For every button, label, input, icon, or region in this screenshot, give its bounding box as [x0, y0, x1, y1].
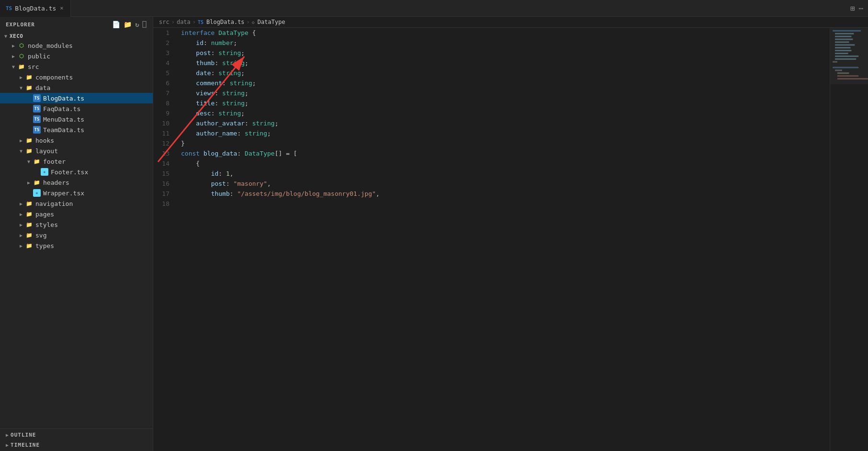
tree-item-layout[interactable]: ▼ 📁 layout	[0, 146, 153, 156]
code-content-area[interactable]: interface DataType { id: number; post: s…	[177, 28, 830, 451]
tree-item-headers[interactable]: ▶ 📁 headers	[0, 177, 153, 188]
footer-folder-icon: 📁	[33, 157, 41, 166]
hooks-label: hooks	[35, 137, 54, 144]
chevron-down-icon: ▼	[2, 34, 10, 39]
public-folder-icon: ⬡	[17, 52, 26, 60]
headers-label: headers	[43, 179, 69, 186]
timeline-label: TIMELINE	[11, 442, 40, 448]
layout-folder-icon: 📁	[25, 147, 34, 155]
editor-tab-blogdata[interactable]: TS BlogData.ts ×	[0, 0, 71, 17]
svg-rect-19	[830, 28, 868, 84]
pages-folder-icon: 📁	[25, 210, 34, 218]
sidebar-spacer	[0, 251, 153, 428]
components-folder-icon: 📁	[25, 73, 34, 81]
tree-item-src[interactable]: ▼ 📁 src	[0, 61, 153, 72]
tree-item-blogdata[interactable]: TS BlogData.ts	[0, 93, 153, 103]
chevron-right-icon: ▶	[17, 138, 25, 143]
code-line-5: date: string;	[177, 68, 830, 78]
tree-item-styles[interactable]: ▶ 📁 styles	[0, 219, 153, 230]
breadcrumb-blogdata[interactable]: BlogData.ts	[206, 19, 244, 25]
refresh-button[interactable]: ↻	[135, 21, 139, 28]
breadcrumb-datatype[interactable]: DataType	[258, 19, 285, 25]
styles-label: styles	[35, 221, 58, 228]
root-label: XECO	[10, 33, 23, 39]
tsx-file-icon-wrapper: ⚛	[33, 189, 41, 197]
code-line-15: {	[177, 158, 830, 169]
tree-root-xeco[interactable]: ▼ XECO	[0, 32, 153, 40]
new-folder-button[interactable]: 📁	[124, 21, 132, 28]
tree-item-footer-tsx[interactable]: ⚛ Footer.tsx	[0, 167, 153, 177]
styles-folder-icon: 📁	[25, 220, 34, 229]
breadcrumb-sep-1: ›	[171, 19, 175, 25]
tree-item-pages[interactable]: ▶ 📁 pages	[0, 209, 153, 219]
tab-close-button[interactable]: ×	[59, 4, 64, 12]
footer-tsx-label: Footer.tsx	[51, 169, 88, 176]
tree-item-svg[interactable]: ▶ 📁 svg	[0, 230, 153, 240]
breadcrumb-sep-2: ›	[192, 19, 196, 25]
code-editor[interactable]: 1 2 3 4 5 6 7 8 9 10 11 12 13 14 15 16 1	[153, 28, 868, 451]
tree-item-public[interactable]: ▶ ⬡ public	[0, 51, 153, 61]
tree-item-teamdata[interactable]: TS TeamData.ts	[0, 124, 153, 135]
breadcrumb-symbol-icon: ◇	[252, 20, 255, 25]
public-label: public	[28, 53, 50, 60]
timeline-panel-header[interactable]: ▶ TIMELINE	[6, 440, 147, 450]
data-folder-icon: 📁	[25, 83, 34, 92]
code-line-1: interface DataType {	[177, 28, 830, 38]
breadcrumb-src[interactable]: src	[159, 19, 169, 25]
explorer-header: Explorer 📄 📁 ↻ ⎕	[0, 17, 153, 32]
code-line-14: const blog_data: DataType[] = [	[177, 148, 830, 158]
teamdata-label: TeamData.ts	[43, 126, 84, 134]
tree-item-wrapper-tsx[interactable]: ⚛ Wrapper.tsx	[0, 188, 153, 198]
chevron-right-icon: ▶	[17, 75, 25, 80]
chevron-down-icon: ▼	[10, 64, 17, 69]
faqdata-label: FaqData.ts	[43, 105, 80, 113]
headers-folder-icon: 📁	[33, 178, 41, 187]
tree-item-faqdata[interactable]: TS FaqData.ts	[0, 103, 153, 114]
code-line-18: thumb: "/assets/img/blog/blog_masonry01.…	[177, 189, 830, 199]
more-actions-button[interactable]: ⋯	[858, 4, 863, 13]
chevron-right-icon: ▶	[10, 54, 17, 59]
tree-item-navigation[interactable]: ▶ 📁 navigation	[0, 198, 153, 209]
tree-item-hooks[interactable]: ▶ 📁 hooks	[0, 135, 153, 146]
new-file-button[interactable]: 📄	[112, 21, 121, 28]
code-line-12: }	[177, 138, 830, 148]
wrapper-tsx-label: Wrapper.tsx	[43, 190, 84, 197]
title-bar: TS BlogData.ts × ⊞ ⋯	[0, 0, 868, 17]
menudata-label: MenuData.ts	[43, 116, 84, 123]
chevron-right-icon: ▶	[17, 212, 25, 217]
title-bar-actions: ⊞ ⋯	[845, 4, 868, 13]
tree-item-node-modules[interactable]: ▶ ⬡ node_modules	[0, 40, 153, 51]
breadcrumb-sep-3: ›	[247, 19, 250, 25]
sidebar: Explorer 📄 📁 ↻ ⎕ ▼ XECO ▶ ⬡ node_modules…	[0, 17, 153, 451]
tree-item-components[interactable]: ▶ 📁 components	[0, 72, 153, 82]
ts-file-icon: TS	[33, 115, 41, 124]
editor-container: 1 2 3 4 5 6 7 8 9 10 11 12 13 14 15 16 1	[153, 28, 868, 451]
tree-item-menudata[interactable]: TS MenuData.ts	[0, 114, 153, 124]
svg-folder-icon: 📁	[25, 231, 34, 239]
code-line-3: post: string;	[177, 48, 830, 58]
chevron-right-icon: ▶	[6, 442, 9, 448]
outline-panel-header[interactable]: ▶ OUTLINE	[6, 430, 147, 440]
editor-area: src › data › TS BlogData.ts › ◇ DataType	[153, 17, 868, 451]
code-line-9: desc: string;	[177, 108, 830, 118]
chevron-right-icon: ▶	[25, 180, 33, 185]
breadcrumb-data[interactable]: data	[177, 19, 191, 25]
split-editor-button[interactable]: ⊞	[850, 4, 855, 13]
footer-label: footer	[43, 158, 66, 165]
src-label: src	[28, 63, 39, 70]
code-line-4: thumb: string;	[177, 58, 830, 68]
chevron-right-icon: ▶	[17, 201, 25, 206]
ts-icon: TS	[6, 5, 12, 11]
navigation-label: navigation	[35, 200, 73, 207]
code-line-8: title: string;	[177, 98, 830, 108]
node-modules-icon: ⬡	[17, 41, 26, 50]
tree-item-footer[interactable]: ▼ 📁 footer	[0, 156, 153, 167]
chevron-right-icon: ▶	[17, 233, 25, 238]
types-label: types	[35, 242, 54, 249]
collapse-button[interactable]: ⎕	[143, 21, 147, 28]
tree-item-data[interactable]: ▼ 📁 data	[0, 82, 153, 93]
breadcrumb: src › data › TS BlogData.ts › ◇ DataType	[153, 17, 868, 28]
ts-file-icon: TS	[33, 104, 41, 113]
tree-item-types[interactable]: ▶ 📁 types	[0, 240, 153, 251]
chevron-right-icon: ▶	[10, 43, 17, 48]
